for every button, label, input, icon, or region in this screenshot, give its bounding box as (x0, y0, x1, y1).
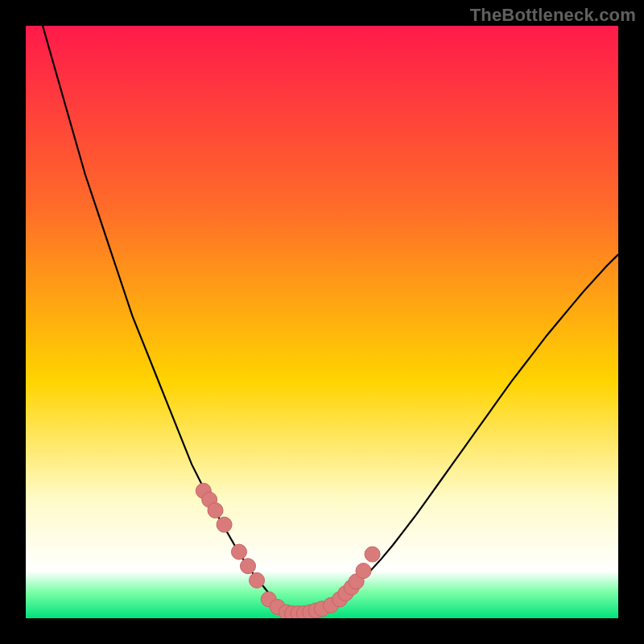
curve-marker (365, 547, 380, 562)
curve-marker (217, 517, 232, 532)
curve-marker (250, 572, 265, 588)
gradient-background (26, 26, 618, 618)
curve-marker (356, 564, 371, 579)
curve-marker (231, 544, 246, 559)
bottleneck-curve-chart (26, 26, 618, 618)
watermark-text: TheBottleneck.com (470, 5, 636, 26)
chart-frame: TheBottleneck.com (0, 0, 644, 644)
plot-area (26, 26, 618, 618)
curve-marker (208, 503, 223, 518)
curve-marker (241, 559, 256, 574)
